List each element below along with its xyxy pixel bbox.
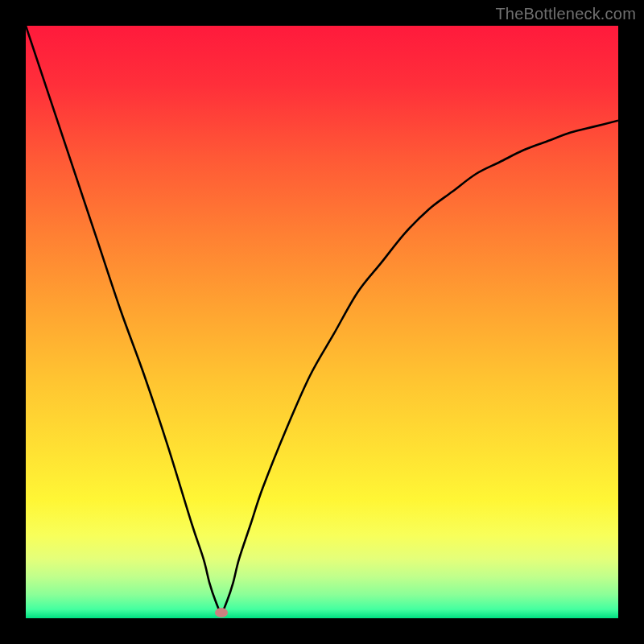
bottleneck-curve: [26, 26, 618, 613]
watermark-text: TheBottleneck.com: [495, 5, 636, 23]
plot-area: [26, 26, 618, 618]
chart-container: TheBottleneck.com: [0, 0, 644, 644]
curve-layer: [26, 26, 618, 618]
optimal-marker: [215, 608, 228, 617]
